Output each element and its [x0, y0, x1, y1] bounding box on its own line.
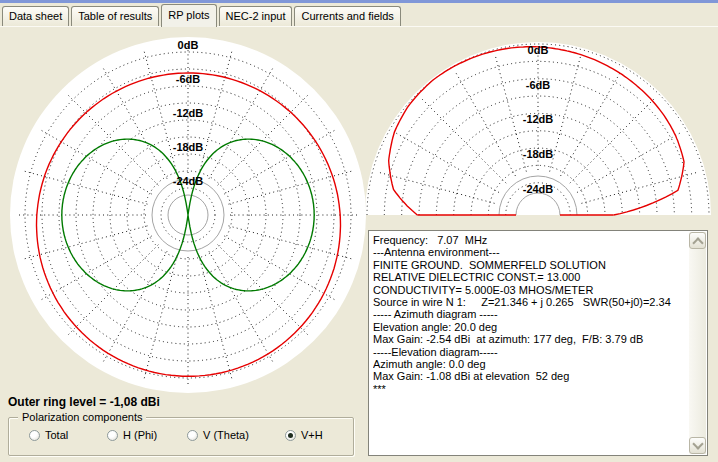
radio-v-h[interactable]: V+H: [285, 429, 323, 441]
tab-nec-2-input[interactable]: NEC-2 input: [219, 6, 293, 26]
scroll-down-button[interactable]: [689, 437, 706, 454]
elevation-polar-plot: 0dB-6dB-12dB-18dB-24dB: [358, 28, 718, 218]
radio-button-icon[interactable]: [187, 430, 198, 441]
tab-rp-plots[interactable]: RP plots: [161, 4, 216, 27]
ring-label: -6dB: [526, 79, 551, 91]
antenna-info-box[interactable]: Frequency: 7.07 MHz---Antenna environmen…: [368, 230, 708, 456]
ring-label: -18dB: [173, 141, 204, 153]
ring-label: -24dB: [523, 183, 554, 195]
radio-button-icon[interactable]: [29, 430, 40, 441]
ring-label: 0dB: [178, 39, 199, 51]
scroll-up-button[interactable]: [689, 232, 706, 249]
info-text: Frequency: 7.07 MHz---Antenna environmen…: [373, 234, 687, 453]
tab-data-sheet[interactable]: Data sheet: [2, 6, 69, 26]
tab-bar: Data sheetTable of resultsRP plotsNEC-2 …: [0, 3, 718, 27]
polarization-group-title: Polarization components: [18, 411, 146, 423]
info-line: Source in wire N 1: Z=21.346 + j 0.265 S…: [373, 296, 687, 308]
azimuth-polar-plot: 0dB-6dB-12dB-18dB-24dB: [0, 28, 380, 400]
info-line: FINITE GROUND. SOMMERFELD SOLUTION: [373, 259, 687, 271]
info-line: ---Antenna environment---: [373, 246, 687, 258]
radio-button-icon[interactable]: [107, 430, 118, 441]
ring-label: 0dB: [528, 44, 549, 56]
ring-label: -24dB: [173, 175, 204, 187]
info-line: ----- Azimuth diagram -----: [373, 308, 687, 320]
chevron-up-icon: [692, 237, 703, 248]
info-line: Elevation angle: 20.0 deg: [373, 321, 687, 333]
ring-label: -18dB: [523, 148, 554, 160]
vertical-scrollbar[interactable]: [689, 232, 706, 454]
ring-label: -12dB: [523, 113, 554, 125]
radio-label: Total: [45, 429, 68, 441]
radio-h-phi[interactable]: H (Phi): [107, 429, 157, 441]
radio-v-theta[interactable]: V (Theta): [187, 429, 249, 441]
outer-ring-level-label: Outer ring level = -1,08 dBi: [8, 395, 160, 409]
radio-label: V (Theta): [203, 429, 249, 441]
info-line: -----Elevation diagram-----: [373, 346, 687, 358]
radio-label: V+H: [301, 429, 323, 441]
info-line: Frequency: 7.07 MHz: [373, 234, 687, 246]
ring-label: -12dB: [173, 107, 204, 119]
chevron-down-icon: [692, 438, 703, 449]
tab-currents-and-fields[interactable]: Currents and fields: [294, 6, 400, 26]
ring-label: -6dB: [176, 73, 201, 85]
info-line: Azimuth angle: 0.0 deg: [373, 358, 687, 370]
polarization-group: Polarization components TotalH (Phi)V (T…: [8, 417, 354, 456]
tab-table-of-results[interactable]: Table of results: [71, 6, 159, 26]
info-line: Max Gain: -2.54 dBi at azimuth: 177 deg,…: [373, 333, 687, 345]
info-line: ***: [373, 383, 687, 395]
info-line: CONDUCTIVITY= 5.000E-03 MHOS/METER: [373, 284, 687, 296]
info-line: RELATIVE DIELECTRIC CONST.= 13.000: [373, 271, 687, 283]
radio-button-icon[interactable]: [285, 430, 296, 441]
radio-total[interactable]: Total: [29, 429, 68, 441]
radio-label: H (Phi): [123, 429, 157, 441]
info-line: Max Gain: -1.08 dBi at elevation 52 deg: [373, 370, 687, 382]
